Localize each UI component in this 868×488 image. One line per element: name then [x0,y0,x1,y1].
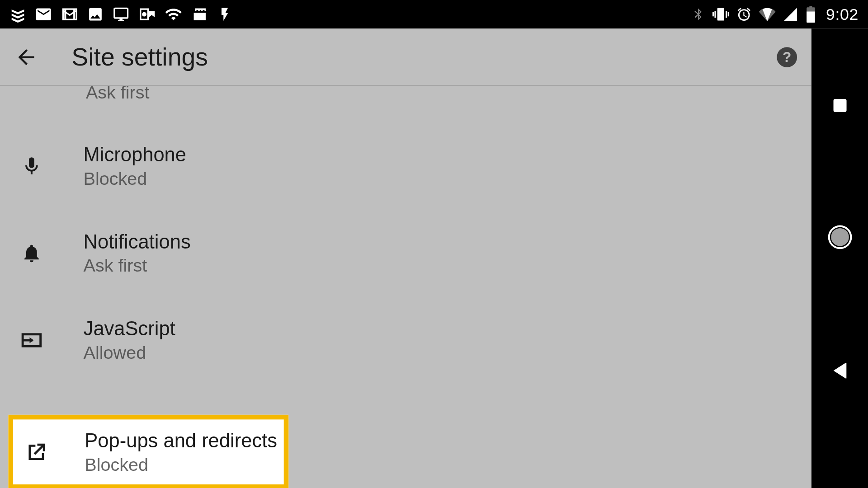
outlook-icon [138,5,156,23]
bolt-icon [217,7,232,22]
page-title: Site settings [71,42,208,71]
recents-button[interactable] [833,99,846,112]
vibrate-icon [712,6,729,23]
app-header: Site settings ? [0,28,811,86]
screen-icon [112,5,130,23]
microphone-icon [17,155,47,177]
gmail-icon [61,5,79,23]
setting-row-microphone[interactable]: Microphone Blocked [0,123,811,210]
bell-icon [17,243,47,264]
todoist-icon [9,6,26,23]
bluetooth-icon [691,7,706,22]
help-button[interactable]: ? [777,47,797,67]
back-system-button[interactable] [833,362,846,379]
partial-row-subtitle: Ask first [86,86,811,99]
wifi-icon [165,5,183,23]
setting-title: Notifications [84,230,191,253]
status-left-icons [9,5,232,23]
cell-signal-icon [783,7,798,22]
home-button[interactable] [828,225,852,249]
battery-icon [806,6,816,23]
setting-subtitle: Blocked [85,455,277,475]
setting-row-popups-highlighted[interactable]: Pop-ups and redirects Blocked [8,415,288,488]
setting-subtitle: Blocked [84,169,186,189]
status-clock: 9:02 [826,5,859,23]
newspaper-icon [191,5,209,23]
setting-title: Pop-ups and redirects [85,429,277,452]
setting-row-notifications[interactable]: Notifications Ask first [0,210,811,297]
setting-subtitle: Ask first [84,256,191,276]
setting-title: JavaScript [84,318,175,340]
settings-list: Microphone Blocked Notifications Ask fir… [0,123,811,384]
status-right-icons: 9:02 [691,5,859,23]
svg-point-1 [142,12,146,17]
wifi-signal-icon [759,6,776,23]
setting-row-javascript[interactable]: JavaScript Allowed [0,297,811,384]
setting-subtitle: Allowed [84,343,175,363]
javascript-icon [17,328,47,352]
partial-row-camera[interactable]: Ask first [0,86,811,111]
photo-icon [87,6,104,23]
android-nav-bar [811,28,868,488]
android-status-bar: 9:02 [0,0,868,28]
back-button[interactable] [11,42,42,73]
setting-title: Microphone [84,144,186,166]
mail-icon [34,5,52,23]
alarm-icon [736,7,752,22]
site-settings-screen: Site settings ? Ask first Microphone Blo… [0,28,811,488]
popup-icon [21,441,51,463]
